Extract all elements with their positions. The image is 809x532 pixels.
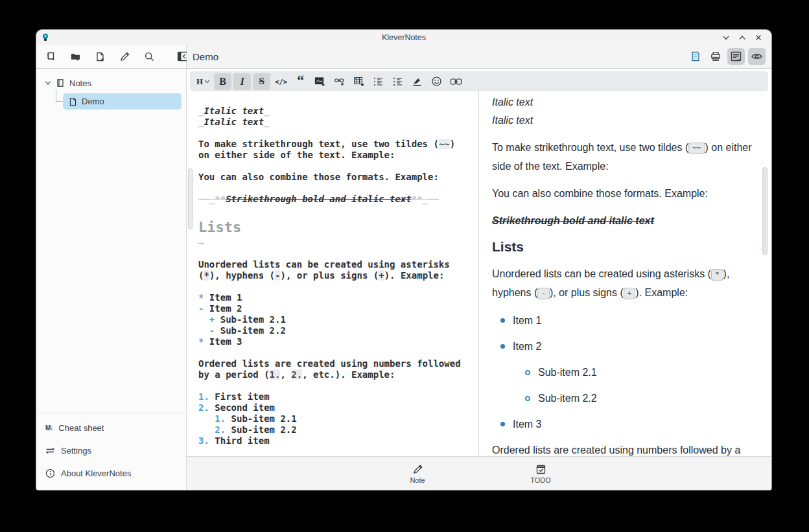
preview-scrollbar[interactable] xyxy=(762,167,768,255)
new-note-icon[interactable] xyxy=(92,49,108,65)
tab-todo-label: TODO xyxy=(530,476,551,484)
code-button[interactable]: </> xyxy=(272,73,290,90)
bold-button[interactable]: B xyxy=(214,73,231,90)
print-icon[interactable] xyxy=(707,48,724,65)
settings-button[interactable]: Settings xyxy=(36,439,186,462)
editor-line: _Italic text_ xyxy=(198,117,473,128)
editor-heading-marker xyxy=(198,239,473,248)
tree-branch-line xyxy=(56,89,63,102)
preview-list-item: Sub-item 2.1 xyxy=(517,364,752,382)
tree-item-label: Demo xyxy=(82,97,104,106)
preview-paragraph: Strikethrough bold and italic text xyxy=(492,212,752,230)
editor-line: ~~_**Strikethrough bold and italic text*… xyxy=(198,194,473,205)
note-header: Demo xyxy=(187,45,771,68)
editor-blank-line xyxy=(198,128,473,139)
list-bullet-icon xyxy=(500,344,505,349)
note-icon xyxy=(69,97,77,106)
chevron-down-icon xyxy=(45,80,51,86)
notebook-icon xyxy=(56,78,65,87)
header-row: Demo xyxy=(36,45,771,69)
about-button[interactable]: About KleverNotes xyxy=(36,462,186,485)
maximize-icon[interactable] xyxy=(737,32,747,43)
heading-button[interactable]: H xyxy=(194,73,212,90)
preview-paragraph: Ordered lists are created using numbers … xyxy=(492,441,752,456)
preview-paragraph: To make strikethrough text, use two tild… xyxy=(492,139,752,176)
editor-line: * Item 1 xyxy=(198,292,473,303)
tree-item-demo[interactable]: Demo xyxy=(63,93,182,110)
preview-pane: Italic textItalic textTo make strikethro… xyxy=(479,91,771,456)
editor-line: 2. Sub-item 2.2 xyxy=(198,424,473,435)
editor-line: (*), hyphens (-), or plus signs (+). Exa… xyxy=(198,270,473,281)
editor-line: * Item 3 xyxy=(198,336,473,347)
cheat-sheet-button[interactable]: M↓ Cheat sheet xyxy=(36,417,186,439)
preview-content: Italic textItalic textTo make strikethro… xyxy=(492,93,752,456)
editor-scrollbar[interactable] xyxy=(188,168,193,229)
editor-line: - Item 2 xyxy=(198,303,473,314)
editor-blank-line xyxy=(198,161,473,172)
titlebar[interactable]: KleverNotes xyxy=(36,30,771,45)
list-bullet-icon xyxy=(525,370,530,375)
editor-blank-line xyxy=(198,380,473,391)
preview-paragraph: You can also combine those formats. Exam… xyxy=(492,185,752,203)
editor-line: To make strikethrough text, use two tild… xyxy=(198,139,473,150)
table-button[interactable] xyxy=(350,73,368,90)
window-title: KleverNotes xyxy=(36,33,771,42)
editor-layout-icon[interactable] xyxy=(727,48,745,65)
editor-blank-line xyxy=(198,347,473,358)
new-folder-icon[interactable] xyxy=(67,49,84,65)
mode-bar: Note TODO xyxy=(187,456,771,490)
about-label: About KleverNotes xyxy=(61,468,131,478)
tab-note[interactable]: Note xyxy=(356,463,479,484)
editor-blank-line xyxy=(198,205,473,216)
editor-line: You can also combine those formats. Exam… xyxy=(198,172,473,183)
editor-blank-line xyxy=(198,281,473,292)
editor-content: _Italic text__Italic text_ To make strik… xyxy=(198,106,473,446)
sliders-icon xyxy=(45,446,55,455)
document-icon[interactable] xyxy=(687,48,704,65)
search-icon[interactable] xyxy=(141,49,158,65)
list-bullet-icon xyxy=(525,396,530,401)
preview-list: Item 1Item 2Sub-item 2.1Sub-item 2.2Item… xyxy=(492,312,752,434)
close-icon[interactable] xyxy=(753,32,764,43)
preview-heading: Lists xyxy=(492,239,752,255)
editor-line: Unordered lists can be created using ast… xyxy=(198,259,473,270)
chevron-down-icon xyxy=(204,78,210,84)
strikethrough-button[interactable]: S xyxy=(253,73,270,90)
sidebar-footer: M↓ Cheat sheet Settings About KleverNote… xyxy=(36,413,186,490)
emoji-button[interactable] xyxy=(428,73,445,90)
list-bullet-icon xyxy=(500,318,505,323)
note-title: Demo xyxy=(193,51,218,62)
preview-paragraph: Italic textItalic text xyxy=(492,93,752,130)
highlight-button[interactable] xyxy=(408,73,426,90)
minimize-icon[interactable] xyxy=(721,32,731,43)
linked-note-button[interactable] xyxy=(447,73,465,90)
editor-line: + Sub-item 2.1 xyxy=(198,314,473,325)
tab-todo[interactable]: TODO xyxy=(479,463,602,484)
new-notebook-icon[interactable] xyxy=(43,49,59,65)
editor-line: on either side of the text. Example: xyxy=(198,150,473,161)
editor-line: 1. First item xyxy=(198,391,473,402)
italic-button[interactable]: I xyxy=(233,73,251,90)
editor-line: 3. Third item xyxy=(198,435,473,446)
preview-list-item: Item 2 xyxy=(492,338,752,356)
editor-line: by a period (1., 2., etc.). Example: xyxy=(198,369,473,380)
preview-eye-icon[interactable] xyxy=(748,48,766,65)
settings-label: Settings xyxy=(61,446,91,456)
preview-list-item: Sub-item 2.2 xyxy=(517,389,752,408)
unordered-list-button[interactable] xyxy=(389,73,406,90)
editor-heading: Lists xyxy=(198,216,473,239)
link-button[interactable] xyxy=(331,73,348,90)
image-button[interactable] xyxy=(311,73,329,90)
sidebar: Notes Demo M↓ Cheat sheet xyxy=(36,69,187,490)
notes-tree: Notes Demo xyxy=(36,69,186,110)
editor-line: - Sub-item 2.2 xyxy=(198,325,473,336)
rename-icon[interactable] xyxy=(117,49,133,65)
tree-item-label: Notes xyxy=(69,78,91,88)
editor-line: 1. Sub-item 2.1 xyxy=(198,413,473,424)
markdown-editor[interactable]: _Italic text__Italic text_ To make strik… xyxy=(187,91,478,456)
ordered-list-button[interactable] xyxy=(369,73,387,90)
quote-button[interactable]: “ xyxy=(292,73,309,90)
editor-line: Ordered lists are created using numbers … xyxy=(198,358,473,369)
editor-blank-line xyxy=(198,248,473,259)
list-bullet-icon xyxy=(500,422,505,426)
